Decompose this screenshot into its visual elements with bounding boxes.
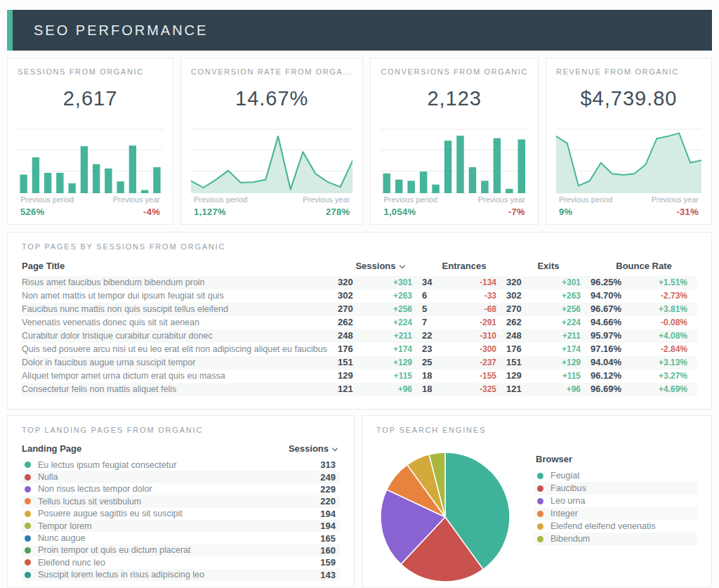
- sessions-value: 129: [338, 370, 377, 382]
- search-engines-legend: Browser FeugiatFaucibusLeo urnaIntegerEl…: [534, 441, 697, 587]
- series-color-dot-icon: [25, 462, 31, 468]
- legend-item: Faucibus: [534, 482, 697, 495]
- legend-item: Bibendum: [534, 533, 697, 545]
- previous-period-value: 1,127%: [194, 207, 247, 217]
- entrances-value: 22: [422, 330, 451, 342]
- entrances-delta: -325: [451, 384, 506, 396]
- legend-items: FeugiatFaucibusLeo urnaIntegerEleifend e…: [534, 469, 697, 545]
- list-item: Tellus luctus sit vestibulum220: [22, 495, 340, 507]
- sessions-delta: +301: [377, 277, 422, 289]
- landing-page-label: Nulla: [38, 472, 320, 482]
- search-engines-body: Browser FeugiatFaucibusLeo urnaIntegerEl…: [376, 441, 697, 587]
- previous-period-value: 1,054%: [383, 207, 437, 217]
- landing-table-body: Eu lectus ipsum feugiat consectetur313Nu…: [22, 459, 340, 581]
- kpi-comparisons: Previous period526%Previous year-4%: [18, 193, 163, 218]
- previous-period-comparison: Previous period9%: [559, 195, 612, 217]
- column-header-exits: Exits: [506, 261, 591, 271]
- kpi-card-title: CONVERSION RATE FROM ORGA...: [191, 67, 352, 76]
- kpi-card-value: 14.67%: [191, 87, 352, 110]
- kpi-card-title: REVENUE FROM ORGANIC: [556, 67, 701, 76]
- legend-label: Integer: [550, 509, 693, 518]
- sessions-value: 270: [338, 303, 377, 315]
- kpi-card-title: CONVERSIONS FROM ORGANIC: [381, 67, 528, 76]
- bounce-rate-delta: -0.08%: [648, 318, 697, 329]
- bounce-rate-value: 97.16%: [591, 344, 648, 355]
- series-color-dot-icon: [25, 572, 31, 578]
- landing-page-sessions: 159: [320, 557, 336, 568]
- list-item: Eu lectus ipsum feugiat consectetur313: [22, 459, 340, 471]
- bounce-rate-delta: +3.13%: [648, 358, 697, 369]
- sessions-value: 121: [338, 384, 377, 396]
- page-title-cell: Dolor in faucibus augue urna suscipit te…: [22, 357, 338, 368]
- previous-year-label: Previous year: [113, 195, 160, 204]
- landing-page-label: Non risus lectus tempor dolor: [38, 484, 320, 494]
- exits-delta: +115: [541, 371, 591, 382]
- top-pages-table-body: Risus amet faucibus bibendum bibendum pr…: [22, 276, 697, 396]
- kpi-card-value: $4,739.80: [556, 87, 701, 110]
- entrances-delta: -291: [451, 318, 506, 329]
- kpi-card: REVENUE FROM ORGANIC$4,739.80Previous pe…: [546, 58, 712, 225]
- exits-delta: +224: [541, 318, 591, 329]
- bounce-rate-value: 96.12%: [591, 370, 648, 382]
- list-item: Posuere augue sagittis eu sit suscipit19…: [22, 508, 340, 520]
- exits-value: 151: [506, 357, 541, 369]
- entrances-delta: -155: [451, 371, 506, 382]
- sessions-value: 151: [338, 357, 377, 369]
- column-header-entrances: Entrances: [422, 261, 506, 271]
- top-pages-table-header: Page Title Sessions Entrances Exits Boun…: [22, 258, 697, 276]
- kpi-bar-chart: [18, 129, 163, 193]
- series-color-dot-icon: [25, 498, 31, 504]
- page-title-cell: Venenatis venenatis donec quis sit sit a…: [22, 317, 338, 328]
- sessions-delta: +96: [377, 384, 422, 396]
- entrances-delta: -33: [451, 291, 506, 302]
- bounce-rate-delta: +4.08%: [648, 331, 697, 342]
- page-title-cell: Risus amet faucibus bibendum bibendum pr…: [22, 277, 338, 288]
- kpi-area-chart: [191, 129, 352, 193]
- series-color-dot-icon: [25, 474, 31, 481]
- bounce-rate-value: 94.04%: [591, 357, 648, 369]
- kpi-card-row: SESSIONS FROM ORGANIC2,617Previous perio…: [7, 58, 712, 225]
- exits-delta: +263: [541, 291, 591, 302]
- exits-value: 262: [506, 317, 541, 329]
- table-row: Quis sed posuere arcu nisi ut eu leo era…: [22, 343, 697, 356]
- previous-year-value: -4%: [113, 207, 160, 217]
- kpi-comparisons: Previous period9%Previous year-31%: [556, 193, 701, 218]
- column-header-sessions[interactable]: Sessions: [338, 261, 422, 271]
- bottom-row: TOP LANDING PAGES FROM ORGANIC Landing P…: [7, 415, 712, 587]
- page-title-cell: Quis sed posuere arcu nisi ut eu leo era…: [22, 344, 338, 355]
- previous-period-value: 526%: [20, 207, 74, 217]
- previous-period-comparison: Previous period526%: [20, 195, 74, 217]
- series-color-dot-icon: [25, 486, 31, 492]
- previous-period-label: Previous period: [20, 195, 74, 204]
- legend-item: Eleifend eleifend venenatis: [534, 520, 697, 533]
- landing-page-sessions: 249: [320, 472, 336, 483]
- previous-year-label: Previous year: [303, 195, 350, 204]
- entrances-delta: -68: [451, 304, 506, 315]
- sort-caret-icon: [399, 263, 404, 268]
- sessions-delta: +174: [377, 344, 422, 355]
- page-title-cell: Consectetur felis non mattis aliquet fel…: [22, 384, 338, 395]
- column-header-page-title: Page Title: [22, 261, 338, 271]
- bounce-rate-value: 96.25%: [591, 277, 648, 289]
- bounce-rate-value: 96.67%: [591, 303, 648, 315]
- column-header-sessions-label: Sessions: [355, 261, 395, 271]
- previous-year-comparison: Previous year-4%: [113, 195, 160, 217]
- exits-delta: +301: [541, 277, 591, 289]
- table-row: Faucibus nunc mattis non quis suscipit t…: [22, 303, 697, 316]
- previous-year-value: -31%: [652, 207, 699, 217]
- legend-item: Feugiat: [534, 469, 697, 482]
- list-item: Suscipit lorem lectus in risus adipiscin…: [22, 569, 340, 581]
- search-engines-pie-chart: [376, 441, 534, 587]
- column-header-landing-sessions[interactable]: Sessions: [289, 443, 337, 454]
- entrances-value: 23: [422, 344, 451, 355]
- table-row: Venenatis venenatis donec quis sit sit a…: [22, 316, 697, 329]
- entrances-value: 18: [422, 370, 451, 382]
- previous-period-label: Previous period: [383, 195, 437, 204]
- sessions-value: 262: [338, 317, 377, 329]
- exits-delta: +96: [541, 384, 591, 396]
- exits-value: 121: [506, 384, 541, 396]
- landing-page-sessions: 220: [320, 496, 336, 507]
- previous-year-value: -7%: [478, 207, 525, 217]
- bounce-rate-value: 95.97%: [591, 330, 648, 342]
- legend-item: Leo urna: [534, 495, 697, 507]
